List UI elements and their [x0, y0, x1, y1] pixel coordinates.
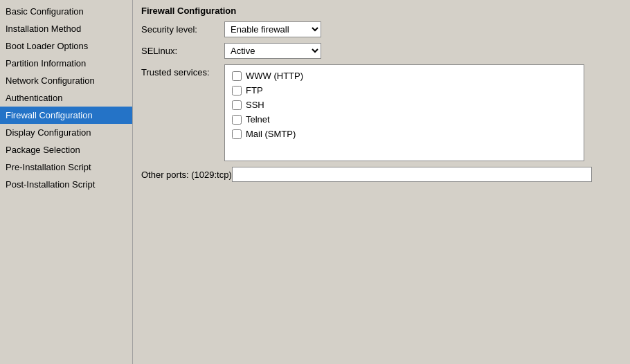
- sidebar-item-post-installation-script[interactable]: Post-Installation Script: [0, 176, 132, 193]
- security-level-select[interactable]: Enable firewallDisable firewallNo firewa…: [224, 21, 321, 37]
- sidebar: Basic ConfigurationInstallation MethodBo…: [0, 0, 133, 364]
- main-content: Firewall Configuration Security level: E…: [133, 0, 630, 364]
- checkbox-ssh[interactable]: [232, 100, 242, 110]
- label-ftp: FTP: [246, 85, 263, 95]
- trusted-service-ssh: SSH: [232, 100, 577, 110]
- label-telnet: Telnet: [246, 114, 270, 125]
- trusted-service-www-http: WWW (HTTP): [232, 71, 577, 81]
- sidebar-item-authentication[interactable]: Authentication: [0, 89, 132, 107]
- trusted-services-box: WWW (HTTP)FTPSSHTelnetMail (SMTP): [224, 64, 584, 161]
- sidebar-item-installation-method[interactable]: Installation Method: [0, 20, 132, 37]
- other-ports-row: Other ports: (1029:tcp): [141, 167, 622, 182]
- selinux-label: SELinux:: [141, 46, 224, 56]
- sidebar-item-basic-configuration[interactable]: Basic Configuration: [0, 3, 132, 20]
- other-ports-label: Other ports: (1029:tcp): [141, 170, 232, 180]
- checkbox-mail-smtp[interactable]: [232, 129, 242, 139]
- sidebar-item-pre-installation-script[interactable]: Pre-Installation Script: [0, 158, 132, 176]
- label-ssh: SSH: [246, 100, 264, 110]
- checkbox-www-http[interactable]: [232, 71, 242, 81]
- label-www-http: WWW (HTTP): [246, 71, 303, 81]
- checkbox-telnet[interactable]: [232, 115, 242, 125]
- selinux-row: SELinux: ActiveDisabledPermissive: [141, 43, 622, 59]
- sidebar-item-boot-loader-options[interactable]: Boot Loader Options: [0, 37, 132, 55]
- selinux-select[interactable]: ActiveDisabledPermissive: [224, 43, 321, 59]
- trusted-service-mail-smtp: Mail (SMTP): [232, 129, 577, 139]
- other-ports-input[interactable]: [232, 167, 592, 182]
- trusted-service-ftp: FTP: [232, 85, 577, 95]
- label-mail-smtp: Mail (SMTP): [246, 129, 296, 139]
- section-title: Firewall Configuration: [141, 6, 622, 16]
- trusted-service-telnet: Telnet: [232, 114, 577, 125]
- trusted-services-row: Trusted services: WWW (HTTP)FTPSSHTelnet…: [141, 64, 622, 161]
- sidebar-item-network-configuration[interactable]: Network Configuration: [0, 72, 132, 89]
- security-level-label: Security level:: [141, 24, 224, 35]
- sidebar-item-firewall-configuration[interactable]: Firewall Configuration: [0, 107, 132, 124]
- security-level-row: Security level: Enable firewallDisable f…: [141, 21, 622, 37]
- sidebar-item-display-configuration[interactable]: Display Configuration: [0, 124, 132, 141]
- sidebar-item-partition-information[interactable]: Partition Information: [0, 55, 132, 72]
- checkbox-ftp[interactable]: [232, 86, 242, 95]
- trusted-services-label: Trusted services:: [141, 64, 224, 78]
- sidebar-item-package-selection[interactable]: Package Selection: [0, 141, 132, 158]
